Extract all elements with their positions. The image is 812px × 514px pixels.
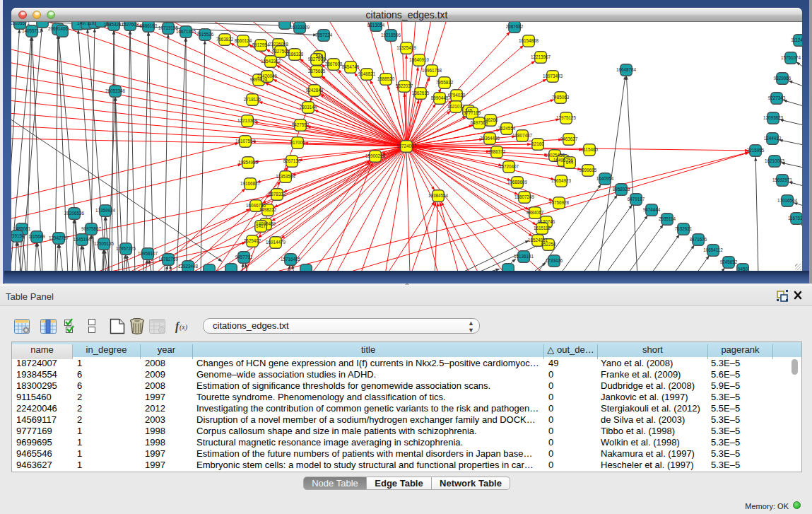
svg-text:90975867: 90975867 — [81, 226, 102, 231]
svg-text:11353594: 11353594 — [276, 174, 295, 179]
svg-text:12505135: 12505135 — [94, 241, 114, 246]
svg-text:10961758: 10961758 — [422, 68, 442, 73]
svg-text:1588520: 1588520 — [377, 76, 395, 81]
svg-text:20364436: 20364436 — [480, 136, 500, 141]
svg-text:20206536: 20206536 — [64, 211, 85, 216]
svg-text:15751074: 15751074 — [781, 55, 801, 60]
svg-text:8186328: 8186328 — [286, 52, 304, 57]
svg-text:17957225: 17957225 — [116, 246, 136, 251]
svg-text:9463627: 9463627 — [560, 136, 578, 141]
svg-text:1417: 1417 — [256, 223, 266, 228]
svg-text:1615112: 1615112 — [534, 226, 551, 230]
svg-text:8267130: 8267130 — [283, 158, 301, 163]
svg-text:16782759: 16782759 — [158, 257, 179, 262]
svg-text:26053346: 26053346 — [105, 88, 126, 93]
svg-text:11325419: 11325419 — [396, 45, 416, 50]
svg-text:(x): (x) — [180, 323, 188, 332]
svg-text:15692971: 15692971 — [772, 177, 793, 182]
svg-text:1485061: 1485061 — [13, 226, 31, 231]
svg-text:18807249: 18807249 — [514, 194, 535, 199]
svg-text:2867608: 2867608 — [325, 62, 343, 66]
svg-text:2935114: 2935114 — [659, 216, 676, 221]
svg-text:20691406: 20691406 — [48, 26, 69, 31]
svg-text:8813054: 8813054 — [367, 23, 385, 28]
svg-text:12213369: 12213369 — [237, 118, 258, 123]
svg-text:14055712: 14055712 — [22, 28, 42, 33]
svg-text:23420046: 23420046 — [257, 74, 278, 78]
svg-text:9115460: 9115460 — [581, 147, 599, 152]
svg-text:1167533: 1167533 — [788, 216, 802, 221]
svg-text:7632621: 7632621 — [675, 226, 693, 231]
svg-text:1112406: 1112406 — [791, 37, 802, 42]
svg-text:18640910: 18640910 — [409, 57, 430, 62]
svg-text:16136141: 16136141 — [514, 254, 534, 259]
svg-text:9777169: 9777169 — [464, 110, 481, 115]
svg-text:8878332: 8878332 — [269, 192, 286, 197]
svg-text:1498222: 1498222 — [259, 207, 277, 212]
svg-text:9245652: 9245652 — [720, 259, 738, 264]
svg-text:9146821: 9146821 — [358, 71, 376, 76]
svg-text:644: 644 — [566, 160, 574, 165]
svg-text:5322037: 5322037 — [396, 83, 413, 88]
svg-text:18724007: 18724007 — [396, 144, 417, 148]
svg-text:16671355: 16671355 — [176, 29, 196, 34]
svg-text:9899695: 9899695 — [579, 168, 597, 173]
svg-text:6497568: 6497568 — [471, 120, 488, 125]
svg-text:9227343: 9227343 — [768, 95, 786, 100]
svg-text:16210043: 16210043 — [765, 158, 785, 163]
svg-text:8912954: 8912954 — [252, 42, 270, 47]
svg-text:9327508: 9327508 — [308, 57, 326, 62]
svg-text:7886372: 7886372 — [488, 149, 506, 154]
svg-text:10025458: 10025458 — [545, 153, 565, 158]
svg-text:8990448: 8990448 — [431, 95, 449, 100]
svg-text:12213967: 12213967 — [531, 54, 551, 59]
svg-text:6794028: 6794028 — [448, 93, 466, 98]
svg-text:19854985: 19854985 — [238, 160, 259, 165]
svg-text:1115689: 1115689 — [28, 234, 45, 239]
svg-text:1244413: 1244413 — [764, 136, 782, 141]
svg-text:19166827: 19166827 — [240, 181, 261, 186]
svg-text:6120746: 6120746 — [538, 219, 555, 224]
svg-text:852254: 852254 — [541, 242, 556, 247]
svg-text:10654112: 10654112 — [703, 247, 723, 252]
svg-text:7485063: 7485063 — [552, 95, 570, 100]
svg-text:1621072: 1621072 — [447, 104, 465, 109]
svg-text:7515526: 7515526 — [196, 32, 214, 37]
svg-text:9242848: 9242848 — [306, 88, 324, 93]
svg-text:239154: 239154 — [11, 233, 25, 238]
svg-text:15900295: 15900295 — [365, 153, 386, 158]
svg-text:1733426: 1733426 — [546, 258, 563, 263]
svg-text:12923448: 12923448 — [178, 264, 199, 269]
svg-text:16105571: 16105571 — [11, 22, 30, 25]
svg-text:8427552: 8427552 — [292, 122, 310, 127]
svg-text:62160: 62160 — [531, 141, 544, 146]
svg-text:16543362: 16543362 — [261, 59, 281, 64]
svg-text:3624554: 3624554 — [498, 126, 516, 131]
svg-text:6479197: 6479197 — [628, 197, 645, 201]
svg-text:3875685: 3875685 — [308, 69, 326, 74]
svg-text:7625402: 7625402 — [244, 238, 261, 243]
svg-text:2087682: 2087682 — [506, 24, 524, 29]
svg-text:1640954: 1640954 — [596, 176, 614, 181]
svg-text:917006: 917006 — [290, 140, 305, 145]
svg-text:7955812: 7955812 — [436, 80, 454, 85]
svg-text:23226058: 23226058 — [269, 42, 289, 47]
svg-text:14971197: 14971197 — [77, 22, 97, 25]
svg-text:16107554: 16107554 — [235, 139, 256, 144]
svg-text:8454749: 8454749 — [342, 64, 360, 69]
svg-text:16154808: 16154808 — [519, 38, 539, 43]
svg-text:19384554: 19384554 — [428, 193, 449, 198]
svg-text:17359924: 17359924 — [95, 208, 116, 213]
svg-text:8471676: 8471676 — [690, 237, 707, 242]
svg-text:1527602: 1527602 — [122, 22, 139, 27]
svg-text:12942757: 12942757 — [49, 235, 69, 240]
svg-text:10688609: 10688609 — [507, 180, 528, 185]
svg-text:15716485: 15716485 — [281, 257, 301, 262]
svg-text:16914479: 16914479 — [266, 240, 286, 245]
svg-text:10958107: 10958107 — [138, 251, 158, 256]
svg-text:17016504: 17016504 — [777, 198, 798, 203]
svg-text:1645194: 1645194 — [73, 237, 91, 242]
svg-text:10807487: 10807487 — [512, 133, 533, 138]
svg-text:9884067: 9884067 — [526, 210, 544, 215]
svg-text:19654923: 19654923 — [551, 178, 572, 183]
